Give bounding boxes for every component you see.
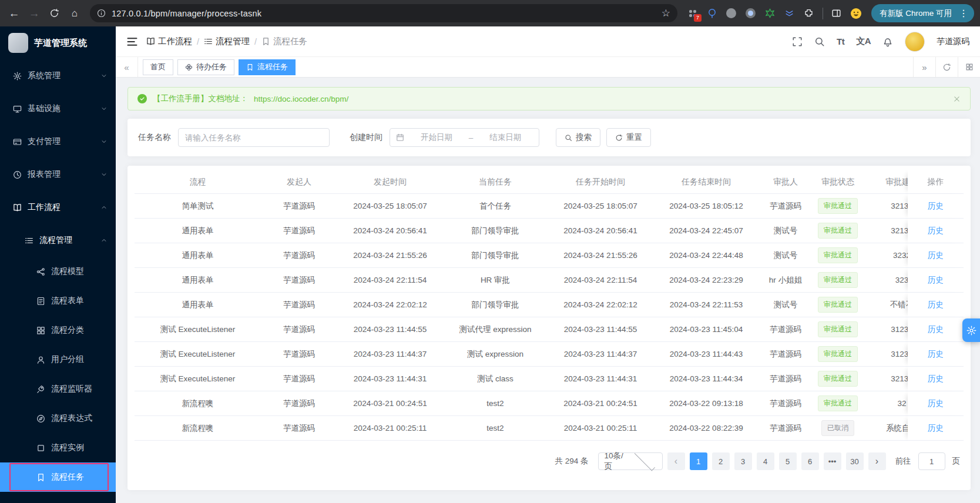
history-link[interactable]: 历史: [928, 226, 944, 235]
extension-icon-balloon[interactable]: [706, 8, 718, 19]
site-info-icon[interactable]: [97, 9, 106, 18]
history-link[interactable]: 历史: [928, 276, 944, 284]
banner-doc-link[interactable]: https://doc.iocoder.cn/bpm/: [254, 95, 348, 103]
tabs-scroll-left-button[interactable]: «: [116, 57, 138, 77]
search-icon[interactable]: [814, 36, 825, 47]
translate-icon[interactable]: 文A: [856, 36, 871, 47]
history-link[interactable]: 历史: [928, 325, 944, 334]
tab-refresh-button[interactable]: [935, 57, 958, 77]
collapse-menu-icon[interactable]: [126, 36, 138, 48]
sidebar-item-process-task[interactable]: 流程任务: [0, 462, 116, 492]
page-button[interactable]: 30: [846, 452, 864, 470]
sidebar-item-infra[interactable]: 基础设施: [0, 92, 116, 125]
cell-approver: 芋道源码: [759, 317, 812, 342]
close-icon[interactable]: [953, 95, 961, 103]
sidebar-item-payment[interactable]: 支付管理: [0, 125, 116, 158]
page-button[interactable]: 3: [734, 452, 752, 470]
extension-icon-round-1[interactable]: [726, 8, 737, 19]
browser-reload-button[interactable]: [46, 4, 62, 23]
sidebar-item-process-listener[interactable]: 流程监听器: [0, 374, 116, 404]
sidebar-item-user-group[interactable]: 用户分组: [0, 345, 116, 374]
task-name-input[interactable]: [178, 128, 330, 147]
url-bar[interactable]: 127.0.0.1/bpm/manager/process-tasnk ☆: [90, 4, 677, 22]
tabs-scroll-right-button[interactable]: »: [913, 57, 935, 77]
bookmark-star-icon[interactable]: ☆: [662, 7, 670, 19]
payment-icon: [13, 138, 22, 146]
user-avatar[interactable]: [905, 32, 925, 52]
table-row: 通用表单 芋道源码 2024-03-24 22:02:12 部门领导审批 202…: [135, 293, 964, 317]
history-link[interactable]: 历史: [928, 424, 944, 432]
font-size-icon[interactable]: Tt: [837, 36, 844, 46]
browser-menu-icon[interactable]: ⋮: [956, 8, 971, 19]
status-badge: 审批通过: [818, 346, 858, 362]
status-badge: 审批通过: [818, 321, 858, 337]
table-row: 测试 ExecuteListener 芋道源码 2024-03-23 11:44…: [135, 367, 964, 391]
task-name-label: 任务名称: [138, 132, 171, 143]
task-table-card: 流程 发起人 发起时间 当前任务 任务开始时间 任务结束时间 审批人 审批状态 …: [127, 166, 971, 490]
sidebar-item-process-model[interactable]: 流程模型: [0, 257, 116, 286]
sidebar-item-process-instance[interactable]: 流程实例: [0, 433, 116, 462]
sidebar-item-workflow[interactable]: 工作流程: [0, 191, 116, 224]
next-page-button[interactable]: ›: [868, 452, 886, 470]
extensions-puzzle-icon[interactable]: [803, 8, 815, 19]
bell-icon[interactable]: [882, 36, 893, 47]
breadcrumb-item-workflow[interactable]: 工作流程: [146, 36, 192, 47]
page-button[interactable]: •••: [824, 452, 841, 470]
sidebar-item-process-category[interactable]: 流程分类: [0, 316, 116, 345]
form-icon: [36, 297, 45, 306]
browser-forward-button[interactable]: →: [26, 4, 42, 23]
extension-icon-star[interactable]: [764, 8, 776, 19]
chevron-down-icon: [635, 450, 655, 471]
cell-task-start: 2024-03-24 21:55:26: [548, 243, 653, 268]
cell-task-end: 2024-03-23 11:44:43: [653, 342, 759, 367]
page-button[interactable]: 2: [712, 452, 730, 470]
reset-button[interactable]: 重置: [606, 128, 651, 147]
fullscreen-icon[interactable]: [792, 36, 803, 47]
browser-home-button[interactable]: ⌂: [66, 4, 83, 23]
end-date-placeholder[interactable]: 结束日期: [478, 132, 533, 143]
history-link[interactable]: 历史: [928, 300, 944, 309]
tab-todo-task[interactable]: 待办任务: [177, 59, 234, 75]
tab-home[interactable]: 首页: [143, 59, 173, 75]
browser-back-button[interactable]: ←: [6, 4, 22, 23]
side-panel-icon[interactable]: [831, 8, 843, 19]
chrome-update-button[interactable]: 有新版 Chrome 可用 ⋮: [871, 4, 974, 22]
history-link[interactable]: 历史: [928, 374, 944, 383]
date-range-picker[interactable]: 开始日期 – 结束日期: [390, 128, 539, 147]
tab-layout-grid-button[interactable]: [958, 57, 980, 77]
history-link[interactable]: 历史: [928, 202, 944, 210]
history-link[interactable]: 历史: [928, 251, 944, 260]
history-link[interactable]: 历史: [928, 399, 944, 408]
page-size-select[interactable]: 10条/页: [598, 452, 663, 470]
cell-starter: 芋道源码: [261, 367, 337, 391]
url-text[interactable]: 127.0.0.1/bpm/manager/process-tasnk: [112, 9, 656, 18]
pagination: 共 294 条 10条/页 ‹ 1 2 3 4 5: [135, 441, 964, 470]
sidebar-item-process-expression[interactable]: 流程表达式: [0, 404, 116, 433]
tab-process-task[interactable]: 流程任务: [239, 59, 296, 75]
prev-page-button[interactable]: ‹: [667, 452, 685, 470]
page-button[interactable]: 5: [779, 452, 797, 470]
sidebar-item-report[interactable]: 报表管理: [0, 158, 116, 191]
start-date-placeholder[interactable]: 开始日期: [409, 132, 464, 143]
extension-icon-round-2[interactable]: [745, 8, 757, 19]
app-logo-row[interactable]: 芋道管理系统: [0, 26, 116, 59]
sidebar-item-process-management[interactable]: 流程管理: [0, 224, 116, 257]
page-button[interactable]: 4: [757, 452, 774, 470]
theme-settings-button[interactable]: [962, 318, 980, 342]
extension-icon-grid[interactable]: 7: [687, 8, 699, 19]
status-badge: 审批通过: [818, 223, 858, 239]
page-button[interactable]: 1: [690, 452, 707, 470]
cell-task-end: 2024-03-24 22:23:29: [653, 268, 759, 293]
username[interactable]: 芋道源码: [937, 36, 969, 47]
sidebar-item-system[interactable]: 系统管理: [0, 59, 116, 92]
profile-avatar-icon[interactable]: [850, 8, 862, 19]
goto-page-input[interactable]: [918, 452, 945, 470]
browser-chrome: ← → ⌂ 127.0.0.1/bpm/manager/process-tasn…: [0, 0, 980, 26]
extension-icon-chevrons[interactable]: [784, 8, 796, 19]
breadcrumb-item-process-management[interactable]: 流程管理: [204, 36, 250, 47]
cell-task-start: 2024-03-23 11:44:55: [548, 317, 653, 342]
page-button[interactable]: 6: [801, 452, 819, 470]
search-button[interactable]: 搜索: [556, 128, 600, 147]
sidebar-item-process-form[interactable]: 流程表单: [0, 286, 116, 316]
history-link[interactable]: 历史: [928, 350, 944, 358]
